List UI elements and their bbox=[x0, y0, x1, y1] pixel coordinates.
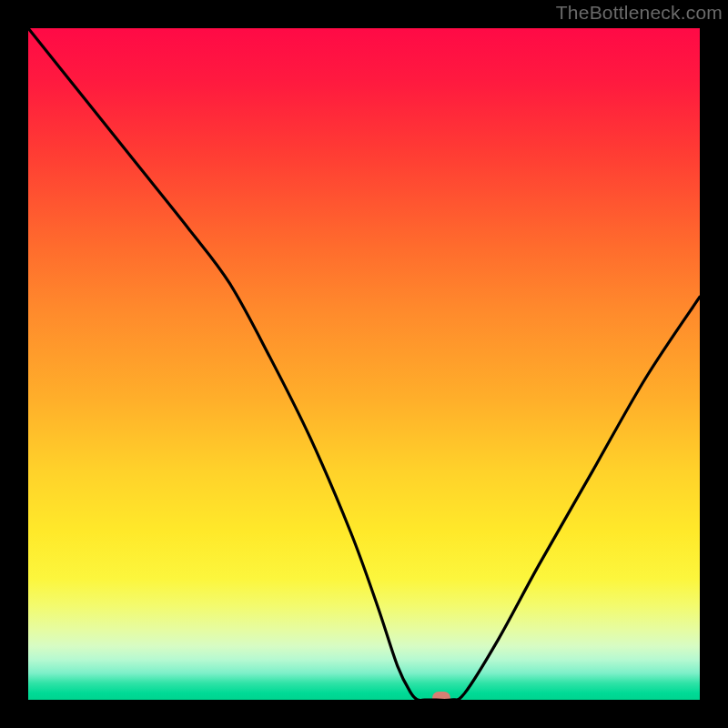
bottleneck-curve bbox=[28, 28, 700, 700]
plot-area bbox=[28, 28, 700, 700]
chart-container: TheBottleneck.com bbox=[0, 0, 728, 728]
watermark-text: TheBottleneck.com bbox=[556, 2, 723, 24]
